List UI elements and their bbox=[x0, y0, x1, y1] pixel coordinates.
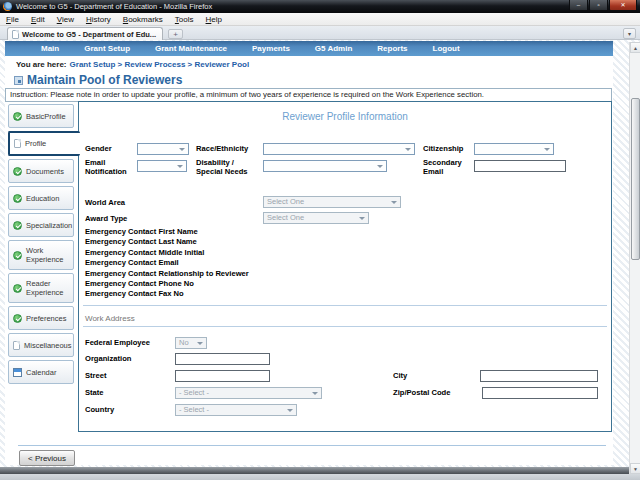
state-label: State bbox=[85, 389, 175, 398]
check-icon bbox=[13, 167, 22, 176]
emergency-relationship-label: Emergency Contact Relationship to Review… bbox=[85, 269, 249, 279]
vertical-scrollbar[interactable]: ▲ ▼ bbox=[629, 42, 640, 474]
breadcrumb-path[interactable]: Grant Setup > Review Process > Reviewer … bbox=[70, 60, 250, 69]
emergency-email-label: Emergency Contact Email bbox=[85, 258, 249, 268]
sidebar-item-label: Calendar bbox=[26, 368, 56, 377]
city-label: City bbox=[393, 372, 473, 381]
scrollbar-thumb[interactable] bbox=[631, 98, 640, 260]
sidebar-item-preferences[interactable]: Preferences bbox=[8, 306, 74, 330]
sidebar-item-label: Documents bbox=[26, 167, 64, 176]
nav-grant-setup[interactable]: Grant Setup bbox=[84, 44, 130, 53]
list-all-tabs-button[interactable]: ▾ bbox=[623, 28, 636, 39]
street-input[interactable] bbox=[175, 370, 270, 382]
instruction-banner: Instruction: Please note in order to upd… bbox=[5, 88, 612, 102]
close-button[interactable]: ✕ bbox=[609, 0, 637, 11]
email-notification-select[interactable] bbox=[137, 160, 187, 172]
menubar: File Edit View History Bookmarks Tools H… bbox=[0, 13, 640, 26]
active-tab[interactable]: Welcome to G5 - Department of Edu... bbox=[7, 27, 163, 40]
emergency-contact-section: Emergency Contact First Name Emergency C… bbox=[85, 227, 249, 300]
maximize-button[interactable]: ▫ bbox=[589, 0, 608, 11]
sidebar-item-label: BasicProfile bbox=[26, 112, 66, 121]
state-select[interactable]: - Select - bbox=[175, 387, 322, 399]
previous-button[interactable]: < Previous bbox=[19, 450, 75, 466]
window-bottom-edge bbox=[0, 467, 640, 474]
page-container: You are here:Grant Setup > Review Proces… bbox=[5, 56, 613, 465]
nav-reports[interactable]: Reports bbox=[377, 44, 407, 53]
scroll-up-icon[interactable]: ▲ bbox=[630, 42, 640, 53]
browser-window: Welcome to G5 - Department of Education … bbox=[0, 0, 640, 480]
email-notification-label: Email Notification bbox=[85, 159, 131, 176]
secondary-email-input[interactable] bbox=[474, 160, 566, 172]
menu-tools[interactable]: Tools bbox=[169, 13, 200, 26]
breadcrumb-prefix: You are here: bbox=[16, 60, 67, 69]
federal-employee-label: Federal Employee bbox=[85, 339, 175, 348]
nav-g5-admin[interactable]: G5 Admin bbox=[315, 44, 352, 53]
organization-input[interactable] bbox=[175, 353, 270, 365]
emergency-fax-label: Emergency Contact Fax No bbox=[85, 289, 249, 299]
sidebar-item-reader-experience[interactable]: Reader Experience bbox=[8, 273, 74, 303]
check-icon bbox=[13, 112, 22, 121]
federal-employee-select[interactable]: No bbox=[175, 337, 207, 349]
disability-select[interactable] bbox=[263, 160, 387, 172]
sidebar-item-label: Preferences bbox=[26, 314, 66, 323]
section-divider bbox=[83, 305, 607, 306]
sidebar-item-documents[interactable]: Documents bbox=[8, 159, 74, 183]
race-ethnicity-label: Race/Ethnicity bbox=[196, 145, 262, 154]
award-type-select[interactable]: Select One bbox=[263, 212, 369, 224]
new-tab-button[interactable]: + bbox=[168, 29, 183, 39]
check-icon bbox=[13, 221, 22, 230]
city-input[interactable] bbox=[480, 370, 598, 382]
sidebar-item-calendar[interactable]: Calendar bbox=[8, 360, 74, 384]
firefox-icon bbox=[3, 2, 12, 11]
organization-label: Organization bbox=[85, 355, 175, 364]
gender-select[interactable] bbox=[137, 143, 189, 155]
window-title: Welcome to G5 - Department of Education … bbox=[16, 2, 212, 11]
secondary-email-label: Secondary Email bbox=[423, 159, 469, 176]
citizenship-select[interactable] bbox=[474, 143, 554, 155]
minimize-button[interactable]: – bbox=[569, 0, 588, 11]
sidebar-item-work-experience[interactable]: Work Experience bbox=[8, 240, 74, 270]
menu-edit[interactable]: Edit bbox=[25, 13, 51, 26]
scroll-down-icon[interactable]: ▼ bbox=[630, 463, 640, 474]
zip-postal-code-input[interactable] bbox=[482, 387, 598, 399]
menu-help[interactable]: Help bbox=[200, 13, 228, 26]
check-icon bbox=[13, 194, 22, 203]
page-icon bbox=[12, 30, 19, 39]
tabbar: Welcome to G5 - Department of Edu... + ▾ bbox=[0, 26, 640, 40]
street-label: Street bbox=[85, 372, 175, 381]
menu-history[interactable]: History bbox=[80, 13, 117, 26]
check-icon bbox=[13, 314, 22, 323]
menu-view[interactable]: View bbox=[51, 13, 80, 26]
menu-file[interactable]: File bbox=[0, 13, 25, 26]
sidebar-item-basicprofile[interactable]: BasicProfile bbox=[8, 104, 74, 128]
nav-grant-maintenance[interactable]: Grant Maintenance bbox=[155, 44, 227, 53]
work-address-underline bbox=[83, 326, 607, 327]
sidebar-item-miscellaneous[interactable]: Miscellaneous bbox=[8, 333, 74, 357]
world-area-select[interactable]: Select One bbox=[263, 196, 401, 208]
sidebar-item-specialization[interactable]: Specialization bbox=[8, 213, 74, 237]
tab-title: Welcome to G5 - Department of Edu... bbox=[22, 30, 156, 39]
nav-payments[interactable]: Payments bbox=[252, 44, 290, 53]
emergency-middle-initial-label: Emergency Contact Middle Initial bbox=[85, 248, 249, 258]
main-navbar: Main Grant Setup Grant Maintenance Payme… bbox=[5, 41, 613, 56]
reviewer-profile-panel: Reviewer Profile Information Gender Race… bbox=[78, 101, 612, 432]
document-icon bbox=[14, 139, 21, 148]
page-title: Maintain Pool of Reviewers bbox=[14, 73, 182, 87]
window-controls: – ▫ ✕ bbox=[568, 0, 637, 11]
breadcrumb: You are here:Grant Setup > Review Proces… bbox=[16, 60, 249, 69]
sidebar-item-label: Specialization bbox=[26, 221, 72, 230]
country-select[interactable]: - Select - bbox=[175, 404, 297, 416]
nav-logout[interactable]: Logout bbox=[433, 44, 460, 53]
emergency-phone-label: Emergency Contact Phone No bbox=[85, 279, 249, 289]
taskbar-edge bbox=[0, 474, 640, 480]
check-icon bbox=[13, 284, 22, 293]
citizenship-label: Citizenship bbox=[423, 145, 473, 154]
sidebar-item-education[interactable]: Education bbox=[8, 186, 74, 210]
page-content: Main Grant Setup Grant Maintenance Payme… bbox=[0, 40, 640, 467]
race-ethnicity-select[interactable] bbox=[263, 143, 415, 155]
nav-main[interactable]: Main bbox=[41, 44, 59, 53]
page-title-text: Maintain Pool of Reviewers bbox=[27, 73, 182, 87]
sidebar-item-profile[interactable]: Profile bbox=[8, 131, 80, 156]
sidebar-item-label: Reader Experience bbox=[26, 279, 71, 297]
menu-bookmarks[interactable]: Bookmarks bbox=[117, 13, 169, 26]
